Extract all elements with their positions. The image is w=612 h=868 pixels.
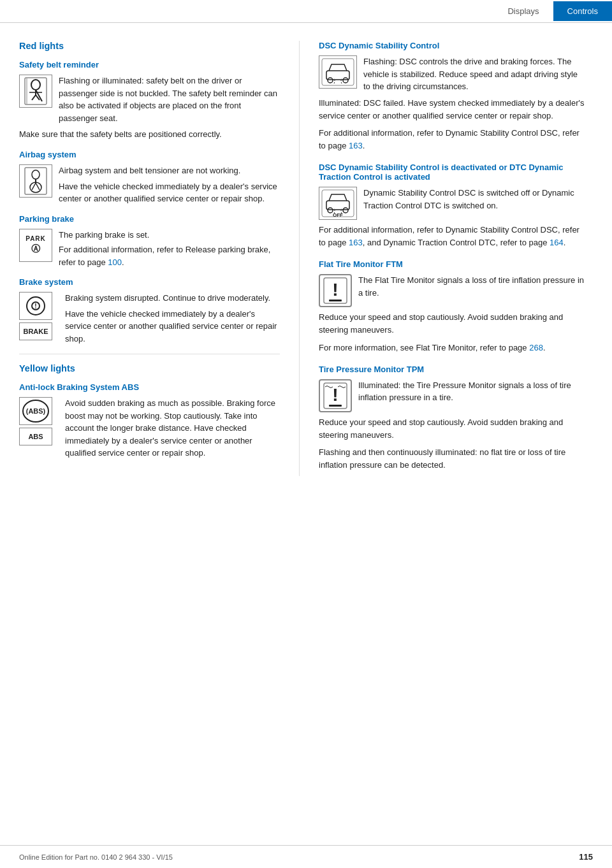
main-content: Red lights Safety belt reminder Flashin bbox=[0, 23, 612, 494]
brake-system-title: Brake system bbox=[19, 277, 280, 287]
safety-belt-title: Safety belt reminder bbox=[19, 60, 280, 69]
dsc-text3-para: For additional information, refer to Dyn… bbox=[319, 127, 586, 152]
abs-label-icon: ABS bbox=[19, 428, 52, 445]
tpm-text1: Illuminated: the Tire Pressure Monitor s… bbox=[358, 379, 586, 404]
airbag-block: Airbag system and belt tensioner are not… bbox=[19, 164, 280, 205]
ftm-title: Flat Tire Monitor FTM bbox=[319, 259, 586, 269]
svg-text:!: ! bbox=[34, 303, 36, 310]
ftm-text1: The Flat Tire Monitor signals a loss of … bbox=[358, 274, 586, 299]
seatbelt-icon bbox=[19, 75, 52, 108]
footer-text: Online Edition for Part no. 0140 2 964 3… bbox=[19, 853, 173, 861]
airbag-icon bbox=[19, 164, 52, 198]
dsc-deact-page2-link[interactable]: 164 bbox=[550, 238, 564, 247]
dsc-icon bbox=[319, 55, 357, 89]
safety-belt-block: Flashing or illuminated: safety belt on … bbox=[19, 75, 280, 124]
svg-rect-30 bbox=[329, 300, 342, 301]
ftm-text3-para: For more information, see Flat Tire Moni… bbox=[319, 342, 586, 354]
dsc-block: Flashing: DSC controls the drive and bra… bbox=[319, 55, 586, 93]
dsc-text2: Illuminated: DSC failed. Have system che… bbox=[319, 97, 586, 122]
brake-label-icon: BRAKE bbox=[19, 322, 52, 340]
dsc-page-link[interactable]: 163 bbox=[349, 141, 363, 150]
dsc-deact-text2-para: For additional information, refer to Dyn… bbox=[319, 224, 586, 249]
red-lights-title: Red lights bbox=[19, 41, 280, 51]
abs-title: Anti-lock Braking System ABS bbox=[19, 382, 280, 392]
dsc-deact-text1: Dynamic Stability Control DSC is switche… bbox=[363, 187, 586, 212]
svg-text:!: ! bbox=[332, 385, 338, 405]
ftm-text2: Reduce your speed and stop cautiously. A… bbox=[319, 311, 586, 336]
yellow-lights-title: Yellow lights bbox=[19, 363, 280, 373]
header: Displays Controls bbox=[0, 0, 612, 23]
footer: Online Edition for Part no. 0140 2 964 3… bbox=[0, 845, 612, 868]
abs-block: (ABS) ABS Avoid sudden braking as much a… bbox=[19, 397, 280, 459]
right-column: DSC Dynamic Stability Control Flashing: … bbox=[300, 41, 586, 476]
ftm-icon: ! bbox=[319, 274, 352, 307]
tpm-icon: ! bbox=[319, 379, 352, 412]
dsc-deact-title: DSC Dynamic Stability Control is deactiv… bbox=[319, 163, 586, 182]
svg-text:OFF: OFF bbox=[333, 212, 343, 217]
tpm-text3: Flashing and then continuously illuminat… bbox=[319, 446, 586, 472]
brake-system-block: ! BRAKE Braking system disrupted. Contin… bbox=[19, 292, 280, 345]
parking-brake-page-link[interactable]: 100 bbox=[108, 257, 122, 267]
abs-circle-icon: (ABS) bbox=[19, 397, 52, 425]
dsc-off-icon: OFF bbox=[319, 187, 357, 220]
svg-rect-33 bbox=[329, 405, 342, 407]
left-column: Red lights Safety belt reminder Flashin bbox=[19, 41, 300, 476]
parking-brake-block: PARK Ⓐ The parking brake is set. For add… bbox=[19, 229, 280, 269]
parking-brake-title: Parking brake bbox=[19, 214, 280, 224]
tpm-text2: Reduce your speed and stop cautiously. A… bbox=[319, 416, 586, 442]
tab-controls[interactable]: Controls bbox=[553, 1, 612, 21]
brake-circle-icon: ! bbox=[19, 292, 52, 320]
tpm-block: ! Illuminated: the Tire Pressure Monitor… bbox=[319, 379, 586, 412]
tpm-title: Tire Pressure Monitor TPM bbox=[319, 365, 586, 374]
airbag-text: Airbag system and belt tensioner are not… bbox=[59, 164, 280, 205]
section-divider bbox=[19, 354, 280, 354]
tab-displays[interactable]: Displays bbox=[493, 1, 553, 21]
dsc-text1: Flashing: DSC controls the drive and bra… bbox=[363, 55, 586, 93]
ftm-page-link[interactable]: 268 bbox=[529, 343, 543, 352]
dsc-deact-page1-link[interactable]: 163 bbox=[349, 238, 363, 247]
parking-brake-icon: PARK Ⓐ bbox=[19, 229, 52, 262]
airbag-title: Airbag system bbox=[19, 150, 280, 159]
parking-brake-text: The parking brake is set. For additional… bbox=[59, 229, 280, 269]
brake-system-text: Braking system disrupted. Continue to dr… bbox=[65, 292, 280, 345]
ftm-block: ! The Flat Tire Monitor signals a loss o… bbox=[319, 274, 586, 307]
safety-belt-para2: Make sure that the safety belts are posi… bbox=[19, 128, 280, 141]
svg-text:(ABS): (ABS) bbox=[26, 407, 46, 415]
safety-belt-text: Flashing or illuminated: safety belt on … bbox=[59, 75, 280, 124]
svg-text:!: ! bbox=[332, 280, 338, 300]
footer-page: 115 bbox=[579, 852, 593, 862]
abs-text: Avoid sudden braking as much as possible… bbox=[65, 397, 280, 459]
dsc-title: DSC Dynamic Stability Control bbox=[319, 41, 586, 50]
dsc-deact-block: OFF Dynamic Stability Control DSC is swi… bbox=[319, 187, 586, 220]
